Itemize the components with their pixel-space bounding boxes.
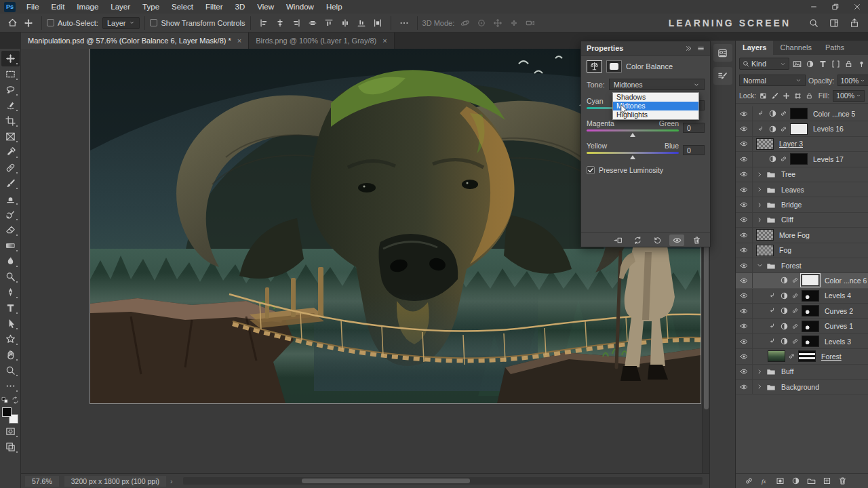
- eraser-tool[interactable]: [1, 222, 20, 238]
- fill-field[interactable]: 100%: [833, 90, 865, 102]
- move-tool[interactable]: [1, 51, 20, 66]
- picture-filter-icon[interactable]: [791, 58, 803, 70]
- menu-view[interactable]: View: [251, 0, 280, 14]
- visibility-toggle[interactable]: [736, 365, 753, 379]
- layer-row-14[interactable]: Curves 2: [736, 304, 868, 319]
- pan3d-icon[interactable]: [490, 16, 506, 30]
- lasso-tool[interactable]: [1, 82, 20, 98]
- checkbox-icon[interactable]: [150, 19, 157, 26]
- visibility-toggle[interactable]: [736, 289, 753, 303]
- brush-settings-icon[interactable]: [713, 67, 732, 85]
- visibility-toggle[interactable]: [736, 106, 753, 121]
- menu-image[interactable]: Image: [71, 0, 104, 14]
- slider-thumb-icon[interactable]: [630, 155, 635, 159]
- menu-filter[interactable]: Filter: [199, 0, 229, 14]
- dodge-tool[interactable]: [1, 269, 20, 285]
- adj-new-icon[interactable]: [768, 155, 777, 163]
- workspace-icon[interactable]: [826, 16, 842, 30]
- swap-colors-icon[interactable]: [12, 396, 19, 404]
- eye-button[interactable]: [669, 235, 684, 246]
- history-brush-tool[interactable]: [1, 207, 20, 222]
- menu-select[interactable]: Select: [165, 0, 199, 14]
- dist-v-icon[interactable]: [370, 16, 386, 30]
- document-tab-1[interactable]: Manipulation.psd @ 57.6% (Color Balance …: [21, 33, 249, 49]
- status-chevron-icon[interactable]: ›: [170, 477, 173, 485]
- checkbox-checked-icon[interactable]: [587, 166, 595, 174]
- menu-edit[interactable]: Edit: [45, 0, 71, 14]
- layer-row-18[interactable]: Buff: [736, 365, 868, 380]
- eyedropper-tool[interactable]: [1, 144, 20, 160]
- gradient-tool[interactable]: [1, 238, 20, 253]
- path-select-tool[interactable]: [1, 316, 20, 331]
- layer-row-16[interactable]: Levels 3: [736, 334, 868, 349]
- frame-tool[interactable]: [1, 129, 20, 144]
- quick-select-tool[interactable]: [1, 98, 20, 113]
- collapse-panel-icon[interactable]: [685, 45, 692, 52]
- visibility-toggle[interactable]: [736, 380, 753, 394]
- frame-f-filter-icon[interactable]: [829, 58, 842, 70]
- type-f-filter-icon[interactable]: [816, 58, 829, 70]
- menu-window[interactable]: Window: [280, 0, 320, 14]
- home-icon[interactable]: [4, 16, 20, 30]
- slider-thumb-icon[interactable]: [630, 133, 635, 137]
- brush-sm-lock-icon[interactable]: [771, 92, 778, 100]
- chev-right-icon[interactable]: [756, 186, 764, 193]
- slider-value-field[interactable]: 0: [683, 123, 705, 133]
- lock-filter-icon[interactable]: [842, 58, 854, 70]
- layer-row-9[interactable]: More Fog: [736, 228, 868, 243]
- chev-right-icon[interactable]: [756, 383, 764, 390]
- visibility-toggle[interactable]: [736, 349, 753, 363]
- panel-menu-icon[interactable]: [697, 45, 705, 52]
- align-right-icon[interactable]: [288, 16, 304, 30]
- adj-new-filter-icon[interactable]: [804, 58, 816, 70]
- filter-kind-dropdown[interactable]: Kind: [739, 58, 789, 70]
- layer-row-12[interactable]: Color ...nce 6: [736, 273, 868, 288]
- link-button[interactable]: [745, 476, 753, 485]
- move-tool-preset-icon[interactable]: [20, 16, 37, 30]
- adj-new-icon[interactable]: [780, 322, 789, 331]
- show-transform-checkbox[interactable]: Show Transform Controls: [150, 19, 245, 27]
- chev-right-icon[interactable]: [756, 368, 764, 375]
- menu-help[interactable]: Help: [320, 0, 349, 14]
- adj-new-icon[interactable]: [780, 276, 789, 285]
- brush-tool[interactable]: [1, 176, 20, 191]
- layer-row-1[interactable]: Color ...nce 5: [736, 106, 868, 121]
- adj-panel-icon[interactable]: [713, 44, 732, 62]
- visibility-toggle[interactable]: [736, 197, 753, 211]
- visibility-toggle[interactable]: [736, 121, 753, 136]
- healing-tool[interactable]: [1, 160, 20, 176]
- restore-button[interactable]: [825, 0, 846, 14]
- tab-layers[interactable]: Layers: [736, 41, 773, 55]
- layer-thumbnail[interactable]: [756, 138, 774, 150]
- horizontal-scrollbar-thumb[interactable]: [302, 479, 470, 483]
- layer-row-4[interactable]: Levels 17: [736, 152, 868, 167]
- chev-right-icon[interactable]: [756, 171, 764, 178]
- layer-row-10[interactable]: Fog: [736, 243, 868, 258]
- more-tools-tool[interactable]: [1, 378, 20, 394]
- artboard-lock-icon[interactable]: [794, 92, 802, 100]
- checkbox-icon[interactable]: [47, 19, 54, 26]
- layer-row-13[interactable]: Levels 4: [736, 289, 868, 304]
- tone-dropdown[interactable]: Midtones: [609, 79, 705, 90]
- layer-row-19[interactable]: Background: [736, 380, 868, 394]
- adj-new-icon[interactable]: [780, 337, 789, 346]
- slider-value-field[interactable]: 0: [683, 145, 705, 155]
- visibility-toggle[interactable]: [736, 152, 753, 166]
- chev-right-icon[interactable]: [756, 216, 764, 224]
- layer-mask-thumbnail[interactable]: [802, 305, 819, 317]
- trash-button[interactable]: [689, 235, 704, 246]
- adj-new-icon[interactable]: [768, 109, 777, 118]
- layer-mask-thumbnail[interactable]: [790, 108, 808, 119]
- pen-tool[interactable]: [1, 285, 20, 300]
- layer-mask-thumbnail[interactable]: [802, 274, 819, 286]
- align-edges-icon[interactable]: [304, 16, 321, 30]
- visibility-toggle[interactable]: [736, 137, 753, 151]
- color-balance-icon[interactable]: [587, 60, 602, 73]
- menu-3d[interactable]: 3D: [229, 0, 252, 14]
- layer-row-17[interactable]: Forest: [736, 349, 868, 364]
- layer-new-button[interactable]: [823, 476, 831, 485]
- layer-row-8[interactable]: Cliff: [736, 213, 868, 228]
- reset-button[interactable]: [650, 235, 665, 246]
- visibility-toggle[interactable]: [736, 182, 753, 197]
- layer-row-15[interactable]: Curves 1: [736, 319, 868, 333]
